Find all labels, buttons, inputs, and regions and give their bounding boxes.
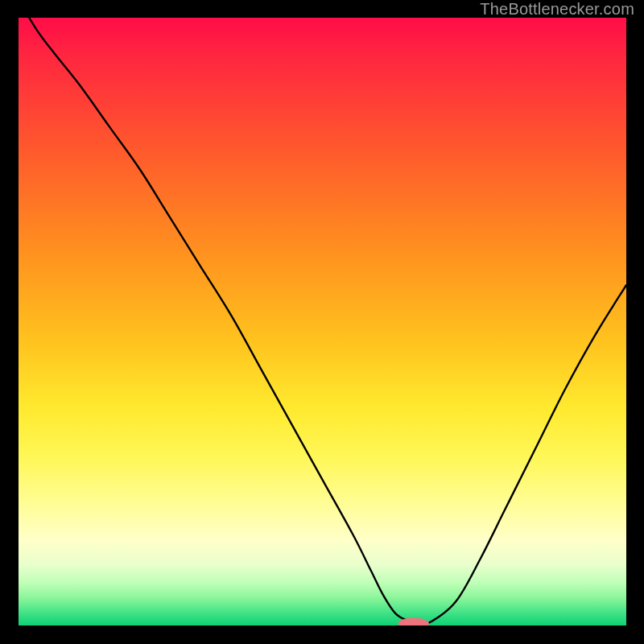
chart-svg: [19, 18, 626, 625]
bottleneck-curve: [19, 18, 626, 624]
plot-area: [19, 18, 626, 625]
watermark-text: TheBottlenecker.com: [480, 0, 634, 19]
chart-frame: TheBottlenecker.com: [0, 0, 644, 644]
